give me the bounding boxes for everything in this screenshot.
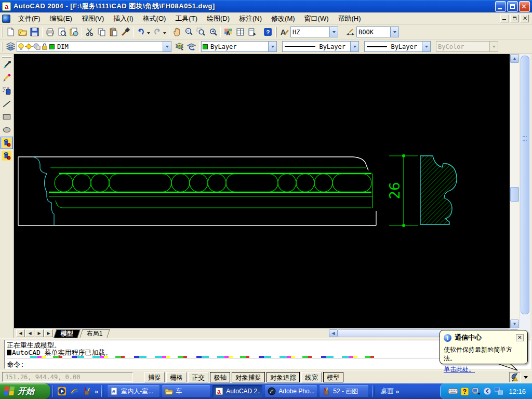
last-tab-button[interactable]: ▶ — [44, 329, 53, 337]
toolbar-grip[interactable] — [2, 42, 3, 52]
balloon-close-button[interactable]: ✕ — [516, 334, 524, 341]
layer-lock-icon[interactable] — [41, 43, 48, 50]
pan-button[interactable] — [171, 26, 183, 38]
linetype-combo[interactable]: ByLayer — [282, 41, 359, 52]
vertical-scroll-thumb[interactable] — [510, 187, 519, 202]
text-style-combo[interactable]: HZ — [290, 26, 338, 37]
dim-style-button[interactable] — [344, 26, 356, 38]
layer-viewport-icon[interactable] — [33, 43, 41, 50]
toggle-grid[interactable]: 栅格 — [166, 372, 187, 382]
paste-button[interactable] — [108, 26, 119, 38]
scroll-down-button[interactable]: ▼ — [510, 320, 519, 328]
acdsee-quicklaunch-icon[interactable] — [69, 386, 79, 396]
menu-file[interactable]: 文件(F) — [14, 12, 45, 25]
desktop-toolbar-chevron[interactable]: » — [395, 388, 399, 395]
toolbar-grip[interactable] — [2, 27, 3, 37]
mdi-minimize-button[interactable] — [500, 15, 509, 22]
scroll-up-button[interactable]: ▲ — [510, 54, 519, 63]
menu-help[interactable]: 帮助(H) — [334, 12, 366, 25]
toolbar-grip[interactable] — [275, 27, 277, 37]
spray-button[interactable] — [1, 85, 13, 97]
toggle-lineweight[interactable]: 线宽 — [301, 372, 322, 382]
menu-window[interactable]: 窗口(W) — [300, 12, 334, 25]
taskbar-clock[interactable]: 12:16 — [509, 388, 526, 395]
pencil-button[interactable] — [1, 72, 13, 84]
scroll-left-button[interactable]: ◀ — [329, 329, 338, 337]
dim-style-dropdown[interactable] — [390, 27, 398, 37]
save-button[interactable] — [29, 26, 41, 38]
taskbar-item-photoshop[interactable]: Adobe Pho... — [265, 385, 317, 397]
toggle-otrack[interactable]: 对象追踪 — [267, 372, 300, 382]
vertical-scrollbar[interactable]: ▲ ▼ — [510, 54, 519, 328]
document-menu-icon[interactable] — [2, 15, 10, 23]
balloon-link[interactable]: 单击此处。 — [444, 365, 475, 374]
block-tool-1-button[interactable] — [1, 137, 13, 149]
menu-format[interactable]: 格式(O) — [138, 12, 171, 25]
taskbar-item-ie[interactable]: e 室内人-室... — [108, 385, 159, 397]
redo-button[interactable] — [151, 26, 163, 38]
block-tool-2-button[interactable] — [1, 150, 13, 162]
rectangle-button[interactable] — [1, 111, 13, 123]
taskbar-item-autocad[interactable]: a AutoCAD 2... — [212, 385, 262, 397]
desktop-toolbar-handle[interactable] — [373, 385, 375, 397]
mdi-close-button[interactable]: ✕ — [520, 15, 529, 22]
new-file-button[interactable] — [5, 26, 17, 38]
taskband-handle[interactable] — [101, 385, 103, 397]
cut-button[interactable] — [84, 26, 96, 38]
desktop-toolbar[interactable]: 桌面 » — [380, 387, 401, 396]
open-file-button[interactable] — [17, 26, 29, 38]
layer-manager-button[interactable] — [5, 41, 17, 52]
toggle-polar[interactable]: 极轴 — [210, 372, 230, 382]
drawing-area[interactable]: 26 — [14, 54, 510, 328]
minimize-button[interactable] — [495, 1, 506, 12]
color-combo[interactable]: ByLayer — [201, 41, 277, 52]
menu-insert[interactable]: 插入(I) — [109, 12, 138, 25]
menu-dimension[interactable]: 标注(N) — [234, 12, 267, 25]
quicklaunch-overflow-chevron[interactable]: » — [95, 388, 98, 395]
quicklaunch-handle[interactable] — [52, 385, 54, 397]
mdi-restore-button[interactable] — [510, 15, 519, 22]
hide-icons-chevron-button[interactable] — [483, 387, 491, 395]
network-tray-icon[interactable] — [495, 388, 503, 395]
copy-button[interactable] — [96, 26, 108, 38]
toggle-osnap[interactable]: 对象捕捉 — [232, 372, 265, 382]
first-tab-button[interactable]: ◀ — [16, 329, 25, 337]
publish-button[interactable] — [68, 26, 80, 38]
menu-edit[interactable]: 编辑(E) — [45, 12, 77, 25]
taskbar-item-paint[interactable]: 52 - 画图 — [320, 385, 368, 397]
taskbar-item-folder[interactable]: 车 — [162, 385, 210, 397]
close-button[interactable]: ✕ — [519, 1, 530, 12]
next-tab-button[interactable]: ▶ — [35, 329, 44, 337]
tab-model[interactable]: 模型 — [54, 329, 80, 338]
layer-properties-button[interactable] — [174, 41, 185, 52]
tab-layout1[interactable]: 布局1 — [79, 329, 110, 338]
status-bar-menu-caret-icon[interactable] — [524, 376, 528, 381]
match-properties-button[interactable] — [119, 26, 131, 38]
help-button[interactable]: ? — [262, 26, 274, 38]
window-right-scrollbar[interactable] — [520, 54, 530, 337]
plot-button[interactable] — [44, 26, 56, 38]
layer-combo[interactable]: DIM — [17, 41, 171, 52]
start-button[interactable]: 开始 — [0, 383, 50, 399]
lineweight-dropdown[interactable] — [422, 42, 430, 51]
layer-on-bulb-icon[interactable] — [17, 43, 25, 50]
painter-quicklaunch-icon[interactable] — [82, 386, 92, 396]
toggle-model[interactable]: 模型 — [323, 372, 343, 382]
color-dropdown[interactable] — [268, 42, 276, 51]
toggle-ortho[interactable]: 正交 — [188, 372, 208, 382]
eyedropper-button[interactable] — [1, 59, 13, 71]
undo-dropdown-arrow-icon[interactable] — [147, 32, 150, 36]
linetype-dropdown[interactable] — [350, 42, 358, 51]
coordinates-readout[interactable]: 151.26, 944.49, 0.00 — [2, 372, 133, 382]
properties-palette-button[interactable] — [234, 26, 246, 38]
layer-dropdown[interactable] — [163, 42, 171, 51]
media-player-quicklaunch-icon[interactable] — [57, 386, 67, 396]
plot-preview-button[interactable] — [56, 26, 68, 38]
zoom-realtime-button[interactable]: ± — [183, 26, 195, 38]
undo-button[interactable] — [135, 26, 147, 38]
toolbar-grip[interactable] — [2, 56, 11, 58]
dim-style-combo[interactable]: BOOK — [356, 26, 399, 37]
menu-modify[interactable]: 修改(M) — [267, 12, 300, 25]
restore-button[interactable] — [507, 1, 518, 12]
zoom-previous-button[interactable] — [207, 26, 219, 38]
